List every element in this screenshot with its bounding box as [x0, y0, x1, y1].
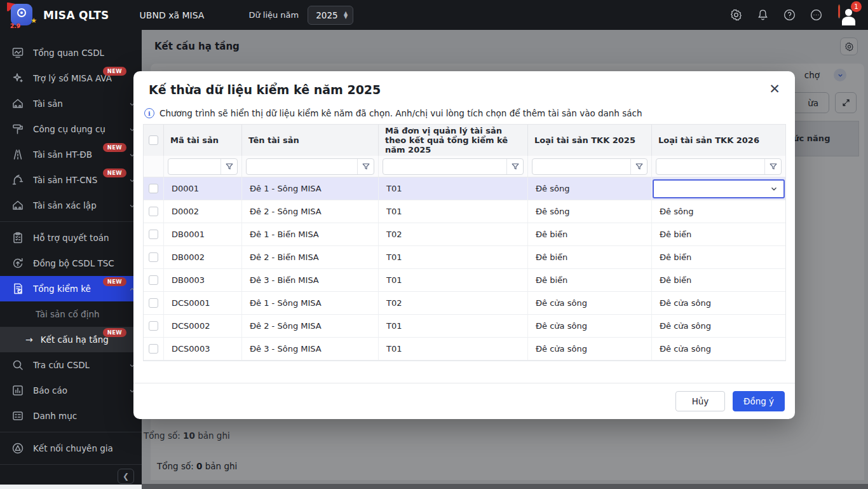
- filter-input[interactable]: [532, 159, 630, 174]
- app-title: MISA QLTS: [43, 9, 109, 22]
- logo-emblem: [17, 8, 26, 17]
- filter-input[interactable]: [168, 159, 220, 174]
- help-icon[interactable]: [782, 8, 796, 22]
- filter-input[interactable]: [383, 159, 506, 174]
- table-header-row: Mã tài sản Tên tài sản Mã đơn vị quản lý…: [144, 125, 785, 156]
- sidebar-item-inventory[interactable]: Tổng kiểm kê NEW: [0, 276, 142, 301]
- app-logo[interactable]: ★ 2.9: [6, 2, 36, 29]
- filter-input[interactable]: [656, 159, 764, 174]
- row-checkbox[interactable]: [149, 184, 158, 193]
- sidebar-item-lookup[interactable]: Tra cứu CSDL: [0, 352, 142, 378]
- logo-version: 2.9: [10, 23, 20, 29]
- road-icon: [11, 148, 24, 161]
- sidebar-subitem-infrastructure[interactable]: → Kết cấu hạ tầng NEW: [0, 327, 142, 352]
- sidebar-nav: Tổng quan CSDL Trợ lý số MISA AVA NEW Tà…: [0, 30, 142, 485]
- column-header-code: Mã tài sản: [164, 125, 242, 156]
- app-screen: ★ 2.9 MISA QLTS UBND xã MISA Dữ liệu năm…: [0, 0, 868, 489]
- row-checkbox[interactable]: [149, 321, 158, 331]
- column-header-name: Tên tài sản: [242, 125, 379, 156]
- table-row[interactable]: D0001 Đê 1 - Sông MISA T01 Đê sông: [144, 177, 785, 200]
- clipboard-icon: [11, 231, 24, 244]
- new-badge: NEW: [103, 277, 126, 286]
- confirm-button[interactable]: Đồng ý: [733, 391, 785, 411]
- year-stepper-icon[interactable]: ▲▼: [344, 11, 348, 19]
- sidebar-divider: [0, 221, 142, 222]
- sidebar-item-tools[interactable]: Công cụ dụng cụ: [0, 116, 142, 142]
- filter-funnel-icon[interactable]: [630, 159, 647, 174]
- new-badge: NEW: [103, 67, 126, 76]
- logo-star: ★: [31, 17, 37, 25]
- settings-gear-icon[interactable]: [729, 8, 743, 22]
- asset-house-icon: [11, 199, 24, 212]
- inherit-inventory-dialog: Kế thừa dữ liệu kiểm kê năm 2025 ✕ i Chư…: [133, 71, 795, 419]
- active-arrow-icon: →: [25, 334, 33, 345]
- sidebar-item-assistant[interactable]: Trợ lý số MISA AVA NEW: [0, 65, 142, 91]
- year-select[interactable]: 2025 ▲▼: [308, 6, 353, 25]
- table-row[interactable]: DB0003 Đê 3 - Biển MISA T01 Đê biển Đê b…: [144, 269, 785, 292]
- table-row[interactable]: DB0001 Đê 1 - Biển MISA T02 Đê biển Đê b…: [144, 223, 785, 246]
- topbar-actions: 1: [729, 4, 859, 25]
- sparkles-icon: [11, 72, 24, 85]
- select-all-checkbox[interactable]: [149, 135, 158, 145]
- table-row[interactable]: DB0002 Đê 2 - Biển MISA T01 Đê biển Đê b…: [144, 246, 785, 269]
- filter-tkk2025[interactable]: [532, 158, 648, 175]
- column-header-tkk2026: Loại tài sản TKK 2026: [652, 125, 785, 156]
- info-text: Chương trình sẽ hiển thị dữ liệu kiểm kê…: [159, 108, 642, 118]
- expert-connect-icon: [11, 442, 24, 455]
- filter-funnel-icon[interactable]: [764, 159, 781, 174]
- sidebar-item-expert[interactable]: Kết nối chuyên gia: [0, 436, 142, 461]
- dialog-footer: Hủy Đồng ý: [133, 383, 795, 419]
- paint-roller-icon: [11, 123, 24, 135]
- table-row[interactable]: D0002 Đê 2 - Sông MISA T01 Đê sông Đê sô…: [144, 200, 785, 223]
- dialog-title: Kế thừa dữ liệu kiểm kê năm 2025: [149, 83, 381, 97]
- filter-name[interactable]: [246, 158, 374, 175]
- sidebar-item-ht-cns[interactable]: Tài sản HT-CNS NEW: [0, 167, 142, 193]
- sidebar-item-established[interactable]: Tài sản xác lập: [0, 193, 142, 218]
- column-header-tkk2025: Loại tài sản TKK 2025: [528, 125, 652, 156]
- cancel-button[interactable]: Hủy: [675, 391, 725, 411]
- sidebar-item-sync[interactable]: Đồng bộ CSDL TSC: [0, 251, 142, 276]
- row-checkbox[interactable]: [149, 298, 158, 308]
- filter-unit[interactable]: [383, 158, 524, 175]
- sidebar-divider: [0, 432, 142, 432]
- more-options-icon[interactable]: [809, 8, 823, 22]
- list-icon: [11, 410, 24, 422]
- organization-name: UBND xã MISA: [140, 10, 205, 20]
- table-filter-row: [144, 156, 785, 177]
- row-checkbox[interactable]: [149, 275, 158, 285]
- sidebar-item-overview[interactable]: Tổng quan CSDL: [0, 40, 142, 65]
- table-row[interactable]: DCS0003 Đê 3 - Sông MISA T01 Đê cửa sông…: [144, 338, 785, 361]
- row-checkbox[interactable]: [149, 344, 158, 354]
- search-icon: [11, 359, 24, 371]
- filter-code[interactable]: [168, 158, 238, 175]
- info-icon: i: [144, 108, 154, 118]
- year-value: 2025: [316, 10, 344, 20]
- inventory-table: Mã tài sản Tên tài sản Mã đơn vị quản lý…: [143, 124, 786, 361]
- notifications-bell-icon[interactable]: [756, 8, 770, 22]
- table-row[interactable]: DCS0001 Đê 1 - Sông MISA T02 Đê cửa sông…: [144, 292, 785, 315]
- tkk2026-select[interactable]: [653, 179, 785, 198]
- modal-total-records: Tổng số: 10 bản ghi: [144, 430, 230, 441]
- row-checkbox[interactable]: [149, 207, 158, 216]
- sidebar-item-categories[interactable]: Danh mục: [0, 403, 142, 429]
- sidebar-item-ht-db[interactable]: Tài sản HT-ĐB NEW: [0, 142, 142, 167]
- row-checkbox[interactable]: [149, 230, 158, 239]
- sidebar-item-assets[interactable]: Tài sản: [0, 91, 142, 116]
- filter-input[interactable]: [247, 159, 357, 174]
- sidebar-item-settlement[interactable]: Hỗ trợ quyết toán: [0, 225, 142, 251]
- filter-funnel-icon[interactable]: [506, 159, 523, 174]
- user-avatar[interactable]: 1: [838, 4, 859, 25]
- filter-tkk2026[interactable]: [656, 158, 782, 175]
- close-icon[interactable]: ✕: [766, 80, 783, 98]
- new-badge: NEW: [103, 143, 126, 152]
- filter-funnel-icon[interactable]: [357, 159, 374, 174]
- column-header-unit: Mã đơn vị quản lý tài sản theo kết quả t…: [379, 125, 528, 156]
- row-checkbox[interactable]: [149, 252, 158, 262]
- data-year-label: Dữ liệu năm: [248, 10, 299, 20]
- sidebar-subitem-fixed-assets[interactable]: Tài sản cố định: [0, 301, 142, 327]
- table-row[interactable]: DCS0002 Đê 2 - Sông MISA T01 Đê cửa sông…: [144, 315, 785, 338]
- filter-funnel-icon[interactable]: [220, 159, 237, 174]
- avatar-image: [838, 4, 840, 18]
- sidebar-collapse-button[interactable]: ❮: [118, 469, 134, 484]
- sidebar-item-reports[interactable]: Báo cáo: [0, 378, 142, 403]
